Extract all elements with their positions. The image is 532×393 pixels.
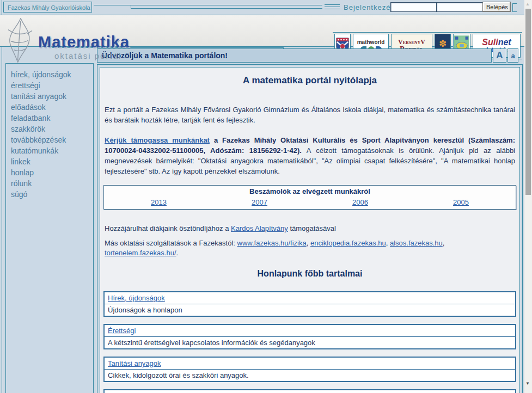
- sidebar-item-linkek[interactable]: linkek: [11, 156, 93, 167]
- reports-years-row: 2013 2007 2006 2005: [104, 197, 516, 209]
- decor-line: [512, 3, 517, 4]
- sidebar-item-sugo[interactable]: súgó: [11, 189, 93, 200]
- decor-line: [325, 9, 340, 9]
- sidebar-item-feladatbank[interactable]: feladatbank: [11, 113, 93, 124]
- separator: ,: [386, 239, 388, 247]
- login-button[interactable]: Belépés: [482, 2, 511, 12]
- fizika-link[interactable]: www.fazekas.hu/fizika: [237, 239, 307, 247]
- reports-table: Beszámolók az elvégzett munkákról 2013 2…: [103, 185, 516, 210]
- scrollbar-down-arrow-icon[interactable]: ▼: [525, 381, 530, 386]
- login-label: Bejelentkezés:: [344, 3, 398, 11]
- sidebar: hírek, újdonságok érettségi tanítási any…: [5, 63, 94, 393]
- decor-line: [325, 7, 340, 7]
- tanitasi-description: Cikkek, kidolgozott órai és szakköri any…: [105, 370, 515, 381]
- content-frame: A matematika portál nyitólapja Ezt a por…: [97, 64, 523, 393]
- kardos-alapitvany-link[interactable]: Kardos Alapítvány: [231, 224, 288, 232]
- tanitasi-anyagok-link[interactable]: Tanítási anyagok: [108, 359, 161, 367]
- report-year-2006-link[interactable]: 2006: [352, 198, 368, 206]
- scholarship-prefix: Hozzájárulhat diákjaink ösztöndíjához a: [105, 224, 231, 232]
- site-header: Matematika oktatási portál mathworld Ver…: [0, 15, 532, 47]
- separator: .: [176, 249, 179, 257]
- separator: ,: [307, 239, 309, 247]
- sidebar-item-tanitasi-anyagok[interactable]: tanítási anyagok: [11, 91, 93, 102]
- page: { "colors": { "accent_teal": "#3b8aa5", …: [0, 0, 532, 393]
- intro-paragraph: Ezt a portált a Fazekas Mihály Fővárosi …: [105, 105, 515, 125]
- tortenelem-link[interactable]: tortenelem.fazekas.hu/: [105, 249, 176, 257]
- hirek-description: Újdonságok a honlapon: [105, 304, 515, 316]
- sidebar-item-kutatomunkak[interactable]: kutatómunkák: [11, 145, 93, 156]
- services-prefix: Más oktatási szolgáltatások a Fazekastól…: [105, 239, 237, 247]
- decor-line: [325, 4, 340, 5]
- report-year-2013-link[interactable]: 2013: [151, 198, 167, 206]
- school-name-label: Fazekas Mihály Gyakorlóiskola: [3, 2, 92, 13]
- sidebar-item-honlap[interactable]: honlap: [11, 167, 93, 178]
- welcome-message: Üdvözöljük a Matematika portálon!: [97, 48, 492, 63]
- scrollbar-thumb[interactable]: [525, 9, 531, 195]
- section-title: Honlapunk főbb tartalmai: [103, 269, 516, 279]
- font-size-decrease-button[interactable]: a: [507, 48, 518, 63]
- sidebar-menu: hírek, újdonságok érettségi tanítási any…: [6, 64, 93, 200]
- site-subtitle: oktatási portál: [54, 51, 121, 60]
- login-field-1[interactable]: [390, 2, 437, 12]
- decor-line: [94, 5, 322, 5]
- content-box-eloadasok: Előadások 2005/06 2006/07 2007/08 2008/0…: [103, 389, 516, 393]
- scholarship-suffix: támogatásával: [288, 224, 336, 232]
- support-link[interactable]: Kérjük támogassa munkánkat: [105, 136, 210, 144]
- leaf-logo: [3, 16, 37, 64]
- scholarship-line: Hozzájárulhat diákjaink ösztöndíjához a …: [105, 224, 515, 234]
- sulinet-label-part1: Suli: [482, 38, 498, 47]
- content-box-tanitasi: Tanítási anyagok Cikkek, kidolgozott óra…: [103, 357, 516, 382]
- erettsegi-description: A kétszintű érettségivel kapcsolatos inf…: [105, 337, 515, 348]
- vertical-scrollbar[interactable]: ▲ ▼: [524, 0, 532, 393]
- support-paragraph: Kérjük támogassa munkánkat a Fazekas Mih…: [105, 135, 515, 176]
- sidebar-item-erettsegi[interactable]: érettségi: [11, 80, 93, 91]
- sidebar-item-hirek[interactable]: hírek, újdonságok: [11, 69, 93, 80]
- main-content: A matematika portál nyitólapja Ezt a por…: [100, 67, 520, 393]
- separator: ,: [443, 239, 445, 247]
- report-year-2005-link[interactable]: 2005: [453, 198, 469, 206]
- login-field-2[interactable]: [436, 2, 483, 12]
- decor-line: [131, 5, 131, 9]
- welcome-row: Üdvözöljük a Matematika portálon! A a: [97, 48, 518, 63]
- services-line: Más oktatási szolgáltatások a Fazekastól…: [105, 238, 515, 258]
- sidebar-item-rolunk[interactable]: rólunk: [11, 178, 93, 189]
- enciklopedia-link[interactable]: enciklopedia.fazekas.hu: [310, 239, 386, 247]
- sulinet-label-part2: net: [498, 38, 511, 47]
- content-box-hirek: Hírek, újdonságok Újdonságok a honlapon: [103, 291, 516, 317]
- content-box-erettsegi: Érettségi A kétszintű érettségivel kapcs…: [103, 324, 516, 349]
- sidebar-item-tovabbkepzesek[interactable]: továbbképzések: [11, 134, 93, 145]
- font-size-increase-button[interactable]: A: [493, 48, 506, 63]
- erettsegi-link[interactable]: Érettségi: [108, 327, 136, 335]
- sidebar-item-eloadasok[interactable]: előadások: [11, 102, 93, 113]
- decor-line: [131, 8, 322, 9]
- versenyv-line1: VersenyV: [398, 39, 425, 46]
- mathworld-label: mathworld: [357, 39, 385, 45]
- sidebar-item-szakkorok[interactable]: szakkörök: [11, 124, 93, 134]
- alsos-link[interactable]: alsos.fazekas.hu: [390, 239, 443, 247]
- reports-table-title: Beszámolók az elvégzett munkákról: [104, 186, 516, 197]
- report-year-2007-link[interactable]: 2007: [252, 198, 267, 206]
- decor-line: [512, 3, 513, 12]
- page-left-border: [2, 0, 2, 393]
- page-title: A matematika portál nyitólapja: [103, 75, 516, 86]
- decor-line: [512, 11, 517, 12]
- scrollbar-up-arrow-icon[interactable]: ▲: [525, 2, 530, 7]
- site-title: Matematika: [38, 33, 130, 51]
- hirek-link[interactable]: Hírek, újdonságok: [108, 294, 165, 302]
